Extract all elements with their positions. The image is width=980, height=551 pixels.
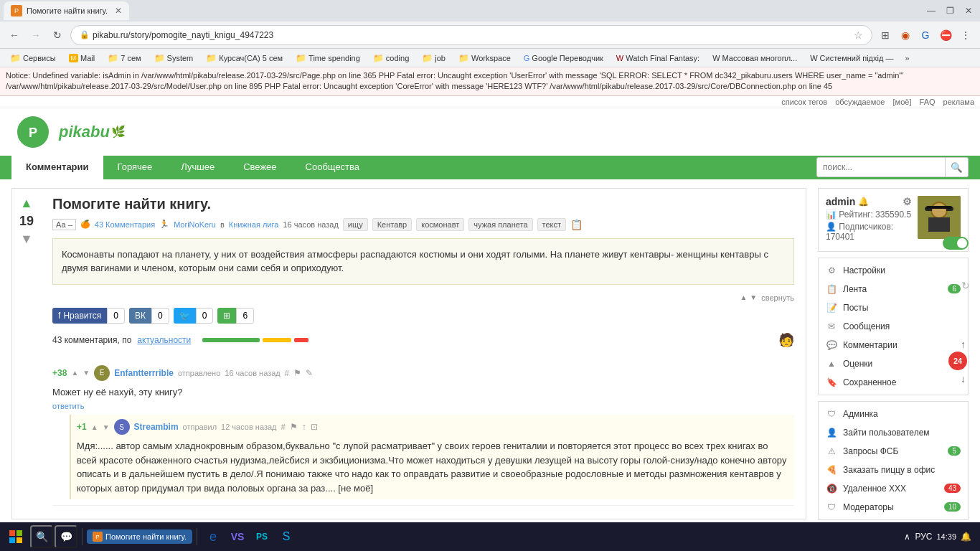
share-other-button[interactable]: ⊞ 6 [217, 308, 254, 324]
sort-type-link[interactable]: актуальности [137, 335, 191, 345]
extensions-button[interactable]: ⊞ [877, 27, 894, 44]
taskbar-vs-icon[interactable]: VS [226, 525, 249, 548]
link-obsuzhdaemoe[interactable]: обсуждаемое [835, 98, 885, 106]
comment-vote-up-icon-1[interactable]: ▲ [71, 369, 78, 377]
bookmark-mail[interactable]: M Mail [65, 52, 100, 64]
nested-up-icon-1-1[interactable]: ↑ [302, 422, 306, 432]
post-icon-copy[interactable]: 📋 [570, 219, 583, 230]
taskbar-ie-icon[interactable]: e [202, 525, 225, 548]
post-tag-ishu[interactable]: ищу [343, 218, 368, 231]
bookmark-massovaya[interactable]: W Массовая многопл... [708, 52, 801, 64]
vote-down-icon[interactable]: ▼ [20, 232, 33, 247]
comment-author-1[interactable]: Enfantterrrible [114, 368, 174, 378]
bookmarks-more-icon[interactable]: » [905, 54, 909, 62]
comments-avatar-icon[interactable]: 🧑 [778, 332, 794, 348]
notification-badge[interactable]: 24 [948, 352, 967, 370]
link-faq[interactable]: FAQ [920, 98, 936, 106]
pikabu-logo[interactable]: P pikabu 🌿 [11, 114, 126, 150]
nested-flag-icon-1-1[interactable]: ⚑ [290, 422, 298, 432]
nested-vote-down-icon-1-1[interactable]: ▼ [103, 423, 110, 431]
sidebar-menu-otsenki[interactable]: ▲ Оценки [819, 354, 968, 373]
sidebar-menu-lenta[interactable]: 📋 Лента 6 [819, 280, 968, 298]
comment-flag-icon-1[interactable]: ⚑ [293, 368, 301, 378]
start-button[interactable] [3, 524, 29, 550]
comment-vote-down-icon-1[interactable]: ▼ [83, 369, 90, 377]
tab-close-icon[interactable]: ✕ [115, 6, 122, 16]
bookmark-systemny[interactable]: W Системний підхід — [806, 52, 897, 64]
systray-keyboard-icon[interactable]: РУС [915, 532, 932, 542]
sidebar-adminka[interactable]: 🛡 Админка [819, 405, 968, 423]
bookmark-servisy[interactable]: 📁 Сервисы [6, 52, 60, 65]
collapse-button[interactable]: свернуть [761, 293, 794, 302]
vote-up-icon[interactable]: ▲ [20, 196, 33, 211]
sidebar-menu-sohranennoe[interactable]: 🔖 Сохраненное [819, 373, 968, 392]
comment-edit-icon-1[interactable]: ✎ [306, 368, 313, 378]
bookmark-google-translate[interactable]: G Google Переводчик [519, 52, 608, 64]
cortana-button[interactable]: 💬 [55, 525, 77, 548]
office-button[interactable]: ◉ [897, 27, 914, 44]
share-tw-button[interactable]: 🐦 0 [174, 308, 214, 324]
bookmark-timespending[interactable]: 📁 Time spending [291, 52, 364, 65]
post-tag-kosmonavt[interactable]: космонавт [416, 218, 464, 231]
sidebar-moderatory[interactable]: 🛡 Модераторы 10 [819, 498, 968, 517]
nested-author-1-1[interactable]: Streambim [134, 422, 179, 432]
search-button[interactable]: 🔍 [946, 157, 969, 177]
bookmark-workspace[interactable]: 📁 Workspace [454, 52, 515, 65]
taskbar-browser-item[interactable]: P Помогите найти книгу. [87, 529, 192, 544]
reload-button[interactable]: ↻ [49, 27, 66, 44]
bookmark-star-icon[interactable]: ☆ [854, 29, 863, 41]
share-fb-button[interactable]: f Нравится 0 [52, 308, 125, 324]
maximize-button[interactable]: ❐ [942, 3, 958, 19]
sidebar-refresh-icon[interactable]: ↻ [961, 280, 970, 291]
sidebar-pizza[interactable]: 🍕 Заказать пиццу в офис [819, 461, 968, 479]
sidebar-zaprosy-fsb[interactable]: ⚠ Запросы ФСБ 5 [819, 442, 968, 461]
post-tag-kentavr[interactable]: Кентавр [372, 218, 413, 231]
bookmark-watch-ff[interactable]: W Watch Final Fantasy: [612, 52, 704, 64]
post-comments-count[interactable]: 43 Комментария [95, 220, 155, 229]
nav-item-svejee[interactable]: Свежее [229, 156, 291, 179]
post-community[interactable]: Книжная лига [229, 220, 279, 229]
menu-button[interactable]: ⋮ [957, 27, 974, 44]
link-reklama[interactable]: реклама [943, 98, 974, 106]
bookmark-system[interactable]: 📁 System [150, 52, 198, 65]
toggle-switch[interactable] [943, 237, 969, 250]
comment-reply-1[interactable]: ответить [52, 402, 794, 410]
link-spis-tegov[interactable]: список тегов [781, 98, 827, 106]
nested-vote-up-icon-1-1[interactable]: ▲ [91, 423, 98, 431]
nav-item-soobschestva[interactable]: Сообщества [291, 156, 374, 179]
search-input[interactable] [816, 157, 946, 177]
sidebar-zaiti-polzov[interactable]: 👤 Зайти пользователем [819, 423, 968, 442]
share-vk-button[interactable]: ВК 0 [129, 308, 169, 324]
font-size-control[interactable]: Аа – [52, 219, 76, 230]
back-button[interactable]: ← [6, 27, 23, 44]
nav-item-goryachee[interactable]: Горячее [103, 156, 167, 179]
url-bar[interactable]: 🔒 pikabu.ru/story/pomogite_nayti_knigu_4… [70, 25, 872, 45]
post-tag-chuzhaya[interactable]: чужая планета [468, 218, 532, 231]
scroll-up-button[interactable]: ↑ [961, 339, 966, 350]
post-tag-tekst[interactable]: текст [537, 218, 567, 231]
post-author[interactable]: MoriNoKeru [174, 220, 216, 229]
sidebar-menu-posty[interactable]: 📝 Посты [819, 298, 968, 317]
bookmark-kursach[interactable]: 📁 Курсач(СА) 5 сем [202, 52, 287, 65]
link-moe[interactable]: [моё] [893, 98, 912, 106]
bookmark-job[interactable]: 📁 job [418, 52, 450, 65]
bookmark-coding[interactable]: 📁 coding [369, 52, 413, 65]
user-notify-icon[interactable]: 🔔 [858, 197, 869, 207]
user-settings-icon[interactable]: ⚙ [903, 196, 912, 207]
comment-hash-icon-1[interactable]: # [285, 369, 289, 377]
taskbar-ps-icon[interactable]: PS [250, 525, 273, 548]
close-button[interactable]: ✕ [961, 3, 976, 19]
adblock-button[interactable]: ⛔ [937, 27, 954, 44]
nav-item-kommentarii[interactable]: Комментарии [11, 156, 103, 179]
nested-hash-icon-1-1[interactable]: # [281, 423, 286, 431]
translate-button[interactable]: G [917, 27, 934, 44]
minimize-button[interactable]: — [923, 3, 939, 19]
taskbar-skype-icon[interactable]: S [275, 525, 298, 548]
search-taskbar-button[interactable]: 🔍 [30, 525, 53, 548]
sidebar-menu-soobscheniya[interactable]: ✉ Сообщения [819, 317, 968, 336]
notification-center-icon[interactable]: 🔔 [961, 532, 971, 542]
systray-arrow-icon[interactable]: ∧ [904, 532, 910, 542]
nested-copy-icon-1-1[interactable]: ⊡ [311, 422, 318, 432]
sidebar-menu-nastroyki[interactable]: ⚙ Настройки [819, 261, 968, 280]
bookmark-7sem[interactable]: 📁 7 сем [103, 52, 145, 65]
